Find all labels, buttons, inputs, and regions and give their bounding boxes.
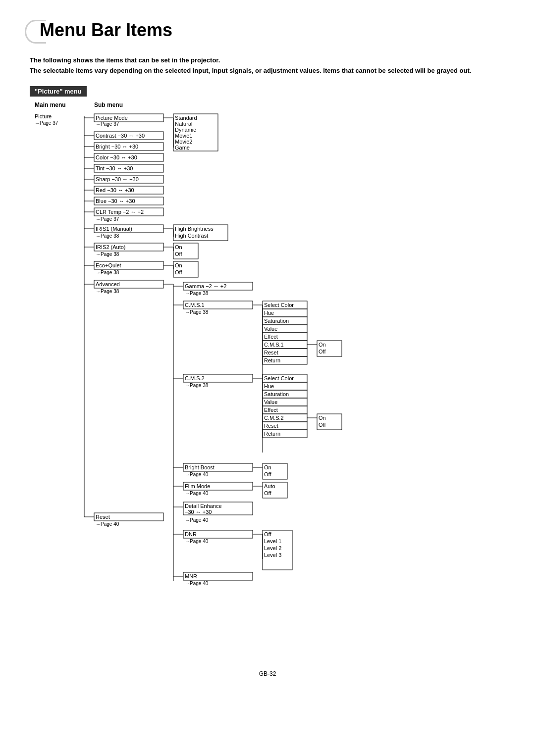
svg-text:→Page 40: →Page 40 [185,472,209,477]
svg-text:Contrast −30 ↔ +30: Contrast −30 ↔ +30 [96,133,145,139]
svg-text:Movie1: Movie1 [175,133,192,139]
svg-text:Saturation: Saturation [264,391,289,397]
svg-text:Eco+Quiet: Eco+Quiet [96,262,121,268]
menu-headers: Main menu Sub menu [35,101,505,108]
svg-text:→Page 37: →Page 37 [35,120,58,126]
svg-text:Off: Off [319,422,326,428]
svg-text:Reset: Reset [264,350,278,355]
svg-text:Return: Return [264,357,280,363]
svg-text:C.M.S.1: C.M.S.1 [264,342,284,348]
svg-text:Hue: Hue [264,310,274,316]
svg-text:Gamma  −2 ↔ +2: Gamma −2 ↔ +2 [185,283,226,289]
svg-text:On: On [175,244,182,250]
svg-text:→Page 38: →Page 38 [185,309,209,315]
svg-text:On: On [319,342,326,348]
svg-text:−30 ↔ +30: −30 ↔ +30 [185,509,212,515]
svg-text:Blue  −30 ↔ +30: Blue −30 ↔ +30 [96,198,135,204]
svg-text:Off: Off [264,471,271,477]
svg-text:Level 1: Level 1 [264,538,281,544]
svg-text:→Page 40: →Page 40 [185,581,209,586]
svg-text:→Page 40: →Page 40 [96,521,119,527]
svg-text:On: On [264,464,271,470]
svg-text:Off: Off [264,531,271,537]
svg-text:Tint   −30 ↔ +30: Tint −30 ↔ +30 [96,165,133,171]
svg-text:Level 3: Level 3 [264,552,281,558]
svg-text:C.M.S.2: C.M.S.2 [185,375,205,381]
svg-text:On: On [319,415,326,421]
svg-text:Picture Mode: Picture Mode [96,115,128,121]
svg-text:Sharp  −30 ↔ +30: Sharp −30 ↔ +30 [96,176,139,182]
footer-page-number: GB-32 [30,670,505,677]
main-menu-header: Main menu [35,101,94,108]
svg-text:Dynamic: Dynamic [175,127,196,133]
svg-text:Hue: Hue [264,383,274,389]
svg-text:Auto: Auto [264,483,275,489]
svg-text:→Page 40: →Page 40 [185,539,209,544]
svg-text:Saturation: Saturation [264,318,289,324]
svg-text:→Page 38: →Page 38 [96,252,119,257]
svg-text:C.M.S.1: C.M.S.1 [185,302,205,308]
svg-text:On: On [175,262,182,268]
svg-text:Color  −30 ↔ +30: Color −30 ↔ +30 [96,154,137,160]
svg-text:Bright  −30 ↔ +30: Bright −30 ↔ +30 [96,144,138,150]
svg-text:Select Color: Select Color [264,375,294,381]
svg-text:Effect: Effect [264,334,278,340]
svg-text:CLR Temp −2 ↔ +2: CLR Temp −2 ↔ +2 [96,209,144,215]
svg-text:→Page 38: →Page 38 [96,270,119,275]
svg-text:Standard: Standard [175,115,197,121]
sub-menu-header: Sub menu [94,101,173,108]
svg-text:Select Color: Select Color [264,302,294,308]
svg-text:Reset: Reset [96,514,110,520]
svg-text:Bright Boost: Bright Boost [185,464,214,470]
svg-text:Value: Value [264,326,277,332]
svg-text:Off: Off [175,269,182,275]
svg-text:→Page 38: →Page 38 [96,289,119,294]
section-label: "Picture" menu [30,86,87,97]
svg-text:Advanced: Advanced [96,281,120,287]
svg-text:Reset: Reset [264,423,278,429]
svg-text:→Page 38: →Page 38 [96,233,119,239]
tree-diagram: Picture →Page 37 Picture Mode →Page 37 S… [30,111,476,655]
svg-text:High Brightness: High Brightness [175,226,214,232]
menu-tree: Picture →Page 37 Picture Mode →Page 37 S… [30,111,505,655]
svg-text:Off: Off [175,251,182,257]
svg-text:IRIS2 (Auto): IRIS2 (Auto) [96,244,126,250]
svg-text:→Page 40: →Page 40 [185,517,209,523]
svg-text:Level 2: Level 2 [264,545,281,551]
svg-text:Red   −30 ↔ +30: Red −30 ↔ +30 [96,187,134,193]
svg-text:Picture: Picture [35,113,52,119]
svg-text:→Page 38: →Page 38 [185,383,209,388]
svg-text:→Page 38: →Page 38 [185,291,209,296]
svg-text:Film Mode: Film Mode [185,483,210,489]
svg-text:Game: Game [175,145,190,151]
svg-text:Off: Off [264,490,271,496]
svg-text:→Page 40: →Page 40 [185,491,209,496]
page-title: Menu Bar Items [30,20,505,41]
svg-text:→Page 37: →Page 37 [96,121,119,127]
svg-text:C.M.S.2: C.M.S.2 [264,415,284,421]
svg-text:Return: Return [264,431,280,437]
svg-text:High Contrast: High Contrast [175,233,208,239]
svg-text:→Page 37: →Page 37 [96,216,119,222]
svg-text:Detail Enhance: Detail Enhance [185,503,222,509]
svg-text:Natural: Natural [175,121,192,127]
svg-text:IRIS1 (Manual): IRIS1 (Manual) [96,226,132,232]
svg-text:Effect: Effect [264,407,278,413]
svg-text:DNR: DNR [185,531,197,537]
svg-text:MNR: MNR [185,573,197,579]
intro-text: The following shows the items that can b… [30,55,505,76]
svg-text:Off: Off [319,349,326,354]
svg-text:Value: Value [264,399,277,405]
svg-text:Movie2: Movie2 [175,139,192,145]
